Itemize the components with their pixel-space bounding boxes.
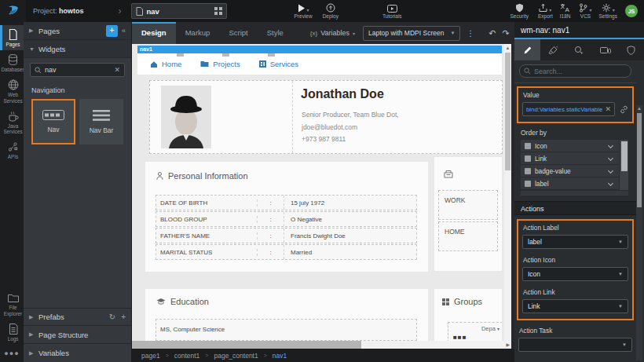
order-list-scrollbar[interactable] <box>620 140 628 190</box>
scroll-up-arrow-icon[interactable]: ▲ <box>504 44 511 50</box>
tab-device[interactable] <box>592 39 618 60</box>
page-selector[interactable]: nav <box>131 3 227 19</box>
clear-search-icon[interactable]: ✕ <box>114 66 120 74</box>
activity-file-explorer[interactable]: File Explorer <box>0 290 24 319</box>
table-row[interactable]: BLOOD GROUP : O Negative <box>156 211 417 227</box>
tab-security[interactable] <box>618 39 644 60</box>
chevron-down-icon[interactable] <box>608 143 613 148</box>
breadcrumb-nav1[interactable]: nav1 <box>273 352 287 360</box>
add-page-button[interactable]: + <box>106 25 118 37</box>
table-row[interactable]: MARITAL STATUS : Married <box>156 244 417 260</box>
settings-button[interactable]: ▾ Settings <box>599 0 618 22</box>
scrollbar-thumb[interactable] <box>132 341 361 349</box>
breadcrumb-page-content1[interactable]: page_content1 <box>214 352 258 360</box>
breadcrumb-page1[interactable]: page1 <box>141 352 160 360</box>
activity-pages[interactable]: Pages <box>0 25 24 50</box>
widget-search-input[interactable] <box>45 66 111 74</box>
activity-java-services[interactable]: Java Services <box>0 107 24 137</box>
checkbox[interactable] <box>525 155 531 162</box>
selected-widget-bar[interactable]: nav1 <box>137 46 502 53</box>
checkbox[interactable] <box>525 181 531 187</box>
chevron-down-icon[interactable] <box>608 168 613 174</box>
canvas-vertical-scrollbar[interactable]: ▲ <box>504 44 511 341</box>
profile-section[interactable]: Jonathan Doe Senior Producer, Team Blue … <box>149 80 503 154</box>
chevron-down-icon[interactable] <box>608 181 613 186</box>
export-button[interactable]: ▾ Export <box>538 0 553 22</box>
nav-widget-canvas[interactable]: Home Projects Services <box>137 53 502 75</box>
clear-binding-icon[interactable]: ✕ <box>605 105 611 113</box>
page-structure-accordion[interactable]: ▶ Page Structure <box>24 326 131 344</box>
nav-item-services[interactable]: Services <box>259 60 298 68</box>
canvas-horizontal-scrollbar[interactable]: ▶ <box>132 341 511 349</box>
value-binding-input[interactable]: bind:Variables.staticVariable1.dataSet ✕ <box>522 102 615 116</box>
nav-item-home[interactable]: Home <box>150 60 181 68</box>
tab-script[interactable]: Script <box>219 22 257 44</box>
tab-properties[interactable] <box>514 39 540 60</box>
activity-web-services[interactable]: Web Services <box>0 75 24 106</box>
education-panel[interactable]: Education MS, Computer Science <box>145 289 428 341</box>
widget-tile-nav[interactable]: Nav <box>31 99 75 144</box>
i18n-button[interactable]: A I18N <box>560 0 571 22</box>
scrollbar-thumb[interactable] <box>505 53 510 170</box>
scrollbar-thumb[interactable] <box>637 113 642 207</box>
add-prefab-icon[interactable]: + <box>121 313 126 321</box>
widget-search[interactable]: ✕ <box>30 63 125 77</box>
scrollbar-thumb[interactable] <box>621 141 628 171</box>
activity-databases[interactable]: Databases <box>0 50 24 75</box>
tab-style[interactable]: Style <box>258 22 293 44</box>
scroll-up-arrow-icon[interactable]: ▲ <box>636 105 642 111</box>
groups-item-box[interactable]: ■■■ Depa ▾ <box>448 322 502 341</box>
user-avatar[interactable]: JS <box>625 5 638 17</box>
property-search-input[interactable] <box>534 68 627 75</box>
table-row[interactable]: FATHER'S NAME : Francis Dwight Doe <box>156 228 417 243</box>
device-selector[interactable]: Laptop with MDPI Screen ▼ <box>363 26 460 41</box>
redo-button[interactable]: ↷ <box>503 22 510 44</box>
more-options-icon[interactable]: ●●● <box>0 345 24 362</box>
order-item-icon[interactable]: Icon <box>521 140 619 152</box>
education-row[interactable]: MS, Computer Science <box>156 319 417 341</box>
variables-accordion[interactable]: ▶ Variables <box>24 344 131 362</box>
contact-work-box[interactable]: WORK <box>438 190 498 220</box>
more-actions-icon[interactable]: ⋮ <box>467 29 474 38</box>
tab-events[interactable] <box>566 39 592 60</box>
tab-markup[interactable]: Markup <box>176 22 220 44</box>
tutorials-button[interactable]: Tutorials <box>382 0 402 22</box>
groups-panel[interactable]: Groups ■■■ Depa ▾ <box>434 289 502 341</box>
order-item-link[interactable]: Link <box>521 152 619 164</box>
prefabs-accordion[interactable]: ▶ Prefabs ↻ + <box>24 308 131 326</box>
tab-design[interactable]: Design <box>132 22 176 44</box>
variables-button[interactable]: {x} Variables ▾ <box>310 29 355 37</box>
activity-logs[interactable]: Logs <box>0 320 24 345</box>
table-row[interactable]: DATE OF BIRTH : 15 july 1972 <box>156 195 417 210</box>
inspector-scrollbar[interactable]: ▲ <box>636 105 642 360</box>
property-search[interactable] <box>519 64 631 78</box>
preview-button[interactable]: ▾ Preview <box>295 0 313 22</box>
chevron-down-icon[interactable] <box>608 155 613 161</box>
checkbox[interactable] <box>525 168 531 174</box>
scroll-right-arrow-icon[interactable]: ▶ <box>506 342 510 347</box>
action-label-select[interactable]: label ▼ <box>522 235 628 249</box>
undo-button[interactable]: ↶ <box>488 22 496 44</box>
activity-apis[interactable]: APIs <box>0 137 24 163</box>
design-canvas[interactable]: nav1 Home Projects <box>132 44 511 341</box>
contact-home-box[interactable]: HOME <box>438 221 498 251</box>
deploy-button[interactable]: Deploy <box>323 0 338 22</box>
collapse-panel-icon[interactable]: « <box>122 27 126 35</box>
contact-panel[interactable]: WORK HOME <box>434 157 502 271</box>
widgets-accordion[interactable]: ▼ Widgets <box>24 40 131 58</box>
wavemaker-logo-icon[interactable] <box>0 0 26 22</box>
action-link-select[interactable]: Link ▼ <box>522 299 628 313</box>
widget-tile-navbar[interactable]: Nav Bar <box>79 99 123 144</box>
refresh-prefabs-icon[interactable]: ↻ <box>109 313 115 321</box>
bind-link-icon[interactable] <box>620 105 628 114</box>
pages-accordion[interactable]: ▶ Pages + « <box>24 22 131 40</box>
nav-item-projects[interactable]: Projects <box>200 60 240 68</box>
action-icon-select[interactable]: Icon ▼ <box>522 267 628 281</box>
vcs-button[interactable]: ▾ VCS <box>579 0 591 22</box>
order-item-label[interactable]: label <box>521 177 619 189</box>
tab-styles[interactable] <box>540 39 566 60</box>
personal-info-panel[interactable]: Personal Information DATE OF BIRTH : 15 … <box>145 162 428 272</box>
breadcrumb-content1[interactable]: content1 <box>174 352 200 360</box>
order-item-badge-value[interactable]: badge-value <box>521 165 619 177</box>
checkbox[interactable] <box>525 143 531 149</box>
